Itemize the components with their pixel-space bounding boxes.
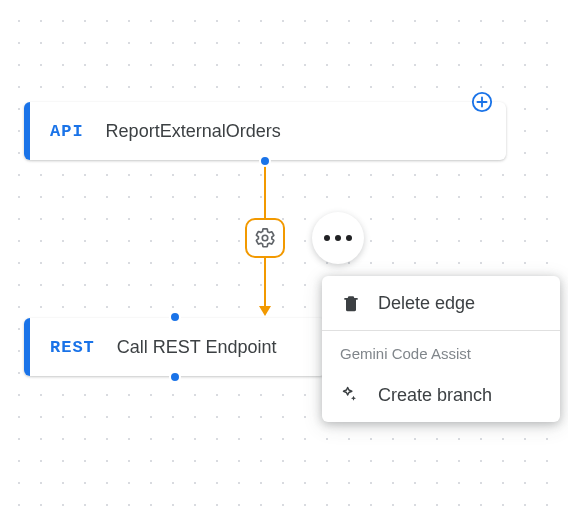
node-type-tag: API <box>50 122 84 141</box>
edge-arrowhead <box>259 306 271 316</box>
add-button[interactable] <box>470 90 494 114</box>
node-api[interactable]: API ReportExternalOrders <box>24 102 506 160</box>
node-type-tag: REST <box>50 338 95 357</box>
node-accent <box>24 102 30 160</box>
menu-item-delete-edge[interactable]: Delete edge <box>322 276 560 330</box>
output-port[interactable] <box>259 155 271 167</box>
more-horiz-icon <box>324 235 352 241</box>
node-rest[interactable]: REST Call REST Endpoint <box>24 318 326 376</box>
node-title: ReportExternalOrders <box>106 121 281 142</box>
edge-context-menu: Delete edge Gemini Code Assist Create br… <box>322 276 560 422</box>
output-port[interactable] <box>169 371 181 383</box>
node-title: Call REST Endpoint <box>117 337 277 358</box>
menu-item-label: Create branch <box>378 385 492 406</box>
menu-section-header: Gemini Code Assist <box>322 331 560 368</box>
input-port[interactable] <box>169 311 181 323</box>
node-accent <box>24 318 30 376</box>
edge-config-button[interactable] <box>245 218 285 258</box>
trash-icon <box>340 292 362 314</box>
gear-icon <box>254 227 276 249</box>
menu-item-create-branch[interactable]: Create branch <box>322 368 560 422</box>
sparkle-branch-icon <box>340 384 362 406</box>
flow-canvas[interactable]: API ReportExternalOrders REST Call REST … <box>0 0 568 508</box>
menu-item-label: Delete edge <box>378 293 475 314</box>
edge-more-button[interactable] <box>312 212 364 264</box>
svg-point-1 <box>262 235 268 241</box>
plus-circle-icon <box>471 91 493 113</box>
